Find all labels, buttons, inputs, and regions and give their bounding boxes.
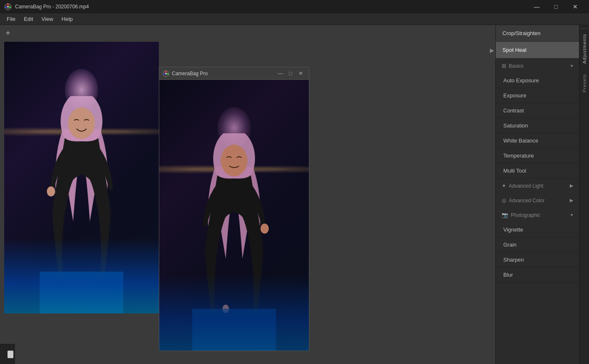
popup-close-button[interactable]: ✕: [296, 69, 306, 79]
pool-glow-left: [4, 238, 159, 313]
title-bar-title: CameraBag Pro - 20200706.mp4: [15, 4, 527, 10]
sharpen-item[interactable]: Sharpen: [496, 252, 579, 267]
contrast-item[interactable]: Contrast: [496, 103, 579, 118]
close-button[interactable]: ✕: [566, 0, 585, 13]
app-icon: [4, 3, 12, 10]
basics-icon: ⊞: [502, 63, 506, 69]
svg-point-10: [221, 145, 247, 176]
multi-tool-item[interactable]: Multi Tool: [496, 163, 579, 178]
popup-window: CameraBag Pro — □ ✕: [159, 67, 309, 351]
presets-tab[interactable]: Presets: [580, 69, 589, 97]
photographic-chevron-icon: ▾: [571, 212, 573, 218]
main-area: +: [0, 25, 589, 364]
adjustments-tab[interactable]: Adjustments: [580, 28, 589, 69]
left-image-canvas: [4, 42, 159, 313]
advanced-light-chevron-icon: ▶: [570, 183, 573, 188]
add-button[interactable]: +: [3, 28, 13, 38]
temperature-item[interactable]: Temperature: [496, 148, 579, 163]
grain-item[interactable]: Grain: [496, 237, 579, 252]
auto-exposure-item[interactable]: Auto Exposure: [496, 73, 579, 88]
right-panel: Crop/Straighten Spot Heal ⊞ Basics ▾ Aut…: [495, 25, 579, 364]
advanced-light-label: Advanced Light: [509, 183, 543, 189]
svg-point-5: [47, 186, 55, 196]
svg-point-4: [68, 107, 95, 139]
advanced-color-icon: ◎: [502, 197, 506, 204]
photographic-icon: 📷: [502, 212, 508, 218]
popup-maximize-button[interactable]: □: [286, 69, 296, 79]
crop-straighten-button[interactable]: Crop/Straighten: [496, 25, 579, 42]
advanced-color-label: Advanced Color: [509, 198, 544, 204]
saturation-item[interactable]: Saturation: [496, 118, 579, 133]
popup-image-panel: [159, 80, 309, 351]
right-image-canvas: [159, 80, 309, 351]
side-tabs: Adjustments Presets: [579, 25, 589, 364]
svg-point-8: [165, 73, 167, 74]
menu-file[interactable]: File: [3, 14, 20, 24]
timeline: [0, 344, 15, 364]
svg-point-11: [260, 224, 269, 234]
pool-glow-right: [159, 275, 309, 351]
popup-app-icon: [163, 70, 169, 77]
advanced-light-icon: ✦: [502, 183, 506, 189]
advanced-color-chevron-icon: ▶: [570, 198, 573, 203]
menu-edit[interactable]: Edit: [20, 14, 37, 24]
basics-section-header[interactable]: ⊞ Basics ▾: [496, 59, 579, 73]
left-image-panel: [4, 42, 159, 313]
advanced-light-header[interactable]: ✦ Advanced Light ▶: [496, 178, 579, 193]
svg-point-2: [7, 6, 9, 8]
maximize-button[interactable]: □: [546, 0, 566, 13]
timeline-playhead[interactable]: [8, 351, 13, 358]
popup-titlebar-title: CameraBag Pro: [172, 71, 275, 76]
canvas-area: +: [0, 25, 495, 364]
photographic-label: Photographic: [511, 212, 541, 218]
title-bar: CameraBag Pro - 20200706.mp4 — □ ✕: [0, 0, 589, 13]
popup-titlebar: CameraBag Pro — □ ✕: [159, 67, 309, 80]
panel-arrow-button[interactable]: ▶: [489, 46, 495, 54]
basics-chevron-icon: ▾: [571, 63, 573, 69]
advanced-color-header[interactable]: ◎ Advanced Color ▶: [496, 193, 579, 208]
minimize-button[interactable]: —: [527, 0, 546, 13]
popup-minimize-button[interactable]: —: [275, 69, 286, 79]
window-controls: — □ ✕: [527, 0, 585, 13]
menu-help[interactable]: Help: [57, 14, 77, 24]
white-balance-item[interactable]: White Balance: [496, 133, 579, 148]
blur-item[interactable]: Blur: [496, 267, 579, 283]
basics-label: Basics: [509, 63, 523, 69]
exposure-item[interactable]: Exposure: [496, 88, 579, 103]
vignette-item[interactable]: Vignette: [496, 222, 579, 237]
spot-heal-button[interactable]: Spot Heal: [496, 42, 579, 59]
menu-view[interactable]: View: [37, 14, 57, 24]
images-container: CameraBag Pro — □ ✕: [4, 42, 495, 361]
photographic-section-header[interactable]: 📷 Photographic ▾: [496, 208, 579, 222]
menu-bar: File Edit View Help: [0, 13, 589, 25]
